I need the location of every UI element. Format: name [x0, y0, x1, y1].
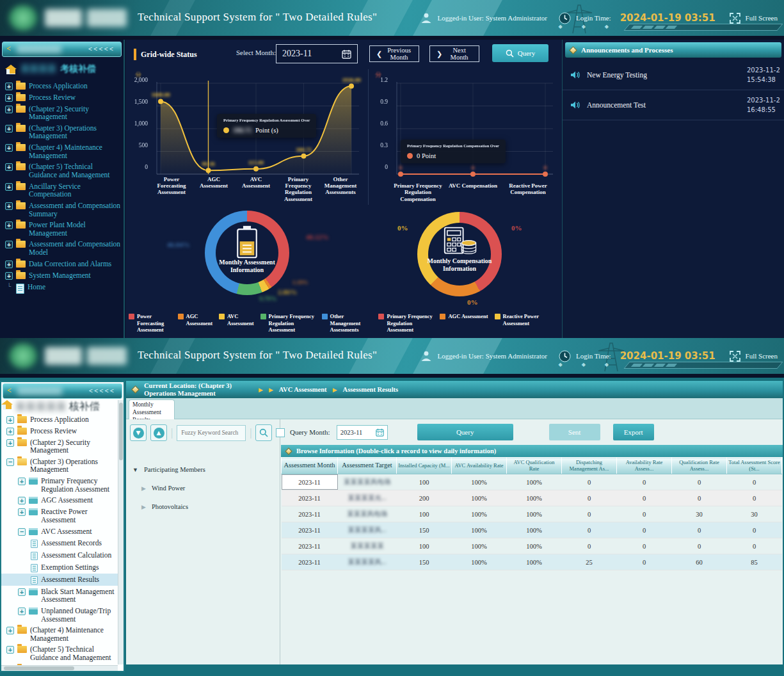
legend-item[interactable]: Power Forecasting Assessment — [129, 313, 172, 333]
cell-dispatching-assessment[interactable]: 0 — [562, 490, 617, 506]
legend-item[interactable]: AGC Assessment — [178, 313, 213, 333]
cell-total-score[interactable]: 85 — [727, 554, 782, 570]
cell-avc-availability-rate[interactable]: 100% — [452, 554, 507, 570]
compensation-donut-chart[interactable]: Monthly Compensation Information 0%0%0% … — [368, 205, 560, 310]
column-header[interactable]: Assessment Month — [282, 458, 338, 474]
announcement-item[interactable]: New Energy Testing 2023-11-215:54:38 — [563, 60, 784, 90]
tree-item[interactable]: Unplanned Outage/Trip Assessment — [1, 605, 124, 624]
tree-root[interactable]: 某某某某某 核补偿 — [1, 400, 124, 414]
legend-item[interactable]: AVC Assessment — [219, 313, 254, 333]
expand-toggle-icon[interactable] — [18, 588, 26, 596]
members-child[interactable]: ▶ Photovoltaics — [126, 497, 280, 516]
cell-avc-qualification-rate[interactable]: 100% — [507, 538, 562, 554]
assessment-line-chart[interactable]: 分 2,0001,5001,0005000 Primary Frequency … — [129, 69, 367, 205]
tree-item[interactable]: Exemption Settings — [1, 561, 124, 574]
cell-avc-qualification-rate[interactable]: 100% — [507, 490, 562, 506]
cell-qualification-assessment[interactable]: 0 — [672, 538, 727, 554]
expand-toggle-icon[interactable] — [6, 439, 14, 447]
expand-toggle-icon[interactable] — [5, 144, 13, 152]
cell-installed-capacity[interactable]: 100 — [397, 538, 452, 554]
column-header[interactable]: Qualification Rate Assess... — [672, 458, 727, 474]
tree-item[interactable]: Power Plant Model Management — [0, 220, 124, 239]
expand-all-button[interactable]: ▼ — [130, 424, 147, 441]
tree-item[interactable]: System Management — [0, 270, 124, 281]
expand-toggle-icon[interactable] — [6, 428, 14, 435]
tree-item[interactable]: Process Review — [1, 425, 124, 437]
expand-toggle-icon[interactable] — [5, 202, 13, 210]
table-row[interactable]: 2023-11 某某某某光... 200 100% 100% 0 0 0 0 — [282, 490, 782, 506]
cell-avc-availability-rate[interactable]: 100% — [452, 522, 507, 538]
export-button[interactable]: Export — [613, 424, 654, 440]
cell-availability-assessment[interactable]: 0 — [617, 522, 672, 538]
column-header[interactable]: AVC Availability Rate — [452, 458, 507, 474]
query-month-input[interactable]: 2023-11 — [337, 425, 388, 440]
cell-assessment-target[interactable]: 某某某某某 — [338, 538, 397, 554]
collapse-arrows[interactable]: <<<<< — [88, 45, 115, 52]
breadcrumb-item[interactable]: Assessment Results — [343, 386, 399, 393]
compensation-line-chart[interactable]: 分 1.20.90.60.30 Primary Frequency Regula… — [368, 69, 560, 205]
tree-item[interactable]: AVC Assessment — [1, 526, 124, 537]
query-button[interactable]: Query — [417, 424, 513, 440]
cell-installed-capacity[interactable]: 100 — [397, 506, 452, 522]
cell-assessment-month[interactable]: 2023-11 — [282, 522, 338, 538]
expand-toggle-icon[interactable] — [5, 221, 13, 229]
cell-installed-capacity[interactable]: 150 — [397, 554, 452, 570]
expand-toggle-icon[interactable] — [6, 458, 14, 466]
tree-item[interactable]: Process Application — [1, 414, 124, 425]
column-header[interactable]: Total Assessment Score (St... — [727, 458, 782, 474]
cell-avc-qualification-rate[interactable]: 100% — [507, 554, 562, 570]
cell-assessment-target[interactable]: 某某某某光... — [338, 490, 397, 506]
tree-item[interactable]: (Chapter 4) Maintenance Management — [1, 625, 124, 644]
legend-item[interactable]: Other Management Assessments — [322, 313, 367, 333]
expand-toggle-icon[interactable] — [5, 241, 13, 248]
legend-item[interactable]: Reactive Power Assessment — [495, 313, 550, 333]
cell-total-score[interactable]: 0 — [727, 490, 782, 506]
cell-total-score[interactable]: 0 — [727, 538, 782, 554]
cell-assessment-target[interactable]: 某某某某风... — [338, 554, 397, 570]
cell-installed-capacity[interactable]: 200 — [397, 490, 452, 506]
fullscreen-label[interactable]: Full Screen — [746, 352, 778, 360]
cell-avc-qualification-rate[interactable]: 100% — [507, 506, 562, 522]
column-header[interactable]: AVC Qualification Rate — [507, 458, 562, 474]
cell-qualification-assessment[interactable]: 0 — [672, 474, 727, 490]
expand-toggle-icon[interactable] — [5, 183, 13, 191]
cell-avc-availability-rate[interactable]: 100% — [452, 490, 507, 506]
cell-qualification-assessment[interactable]: 0 — [672, 522, 727, 538]
collapse-arrow-icon[interactable]: < — [7, 386, 12, 396]
cell-assessment-month[interactable]: 2023-11 — [282, 506, 338, 522]
cell-qualification-assessment[interactable]: 30 — [672, 506, 727, 522]
cell-assessment-month[interactable]: 2023-11 — [282, 474, 338, 490]
cell-assessment-target[interactable]: 某某某某风... — [338, 522, 397, 538]
tree-item[interactable]: AGC Assessment — [1, 495, 124, 506]
tree-item[interactable]: Assessment Results — [1, 574, 124, 586]
tree-item[interactable]: Home — [0, 281, 124, 295]
tree-item[interactable]: (Chapter 2) Security Management — [0, 103, 124, 122]
horizontal-scrollbar[interactable] — [1, 665, 118, 671]
tree-item[interactable]: (Chapter 5) Technical Guidance and Manag… — [0, 161, 124, 181]
members-root[interactable]: ▼ Participating Members — [126, 460, 280, 479]
expand-toggle-icon[interactable] — [5, 125, 13, 133]
cell-availability-assessment[interactable]: 0 — [617, 490, 672, 506]
legend-item[interactable]: Primary Frequency Regulation Assessment — [378, 313, 433, 333]
cell-assessment-month[interactable]: 2023-11 — [282, 538, 338, 554]
search-button[interactable] — [255, 424, 272, 441]
column-header[interactable]: Assessment Target — [338, 458, 397, 474]
donut-legend[interactable]: Power Forecasting Assessment AGC Assessm… — [129, 313, 367, 333]
cell-assessment-target[interactable]: 某某某某风电场 — [338, 474, 397, 490]
expand-toggle-icon[interactable] — [18, 478, 26, 485]
expand-toggle-icon[interactable] — [5, 163, 13, 171]
cell-qualification-assessment[interactable]: 0 — [672, 490, 727, 506]
plot-area[interactable]: Primary Frequency Regulation Assessment … — [150, 78, 362, 179]
cell-assessment-target[interactable]: 某某某风电场 — [338, 506, 397, 522]
expand-toggle-icon[interactable] — [6, 416, 14, 424]
expand-toggle-icon[interactable] — [5, 83, 13, 90]
tree-item[interactable]: Data Correction and Alarms — [0, 258, 124, 270]
cell-avc-availability-rate[interactable]: 100% — [452, 506, 507, 522]
expand-toggle-icon[interactable] — [5, 106, 13, 113]
expand-toggle-icon[interactable] — [5, 261, 13, 268]
cell-avc-availability-rate[interactable]: 100% — [452, 474, 507, 490]
column-header[interactable]: Installed Capacity (M... — [397, 458, 452, 474]
expand-triangle-icon[interactable]: ▶ — [141, 504, 146, 510]
tree-item[interactable]: Reactive Power Assessment — [1, 506, 124, 526]
tree-item[interactable]: Process Review — [0, 92, 124, 103]
